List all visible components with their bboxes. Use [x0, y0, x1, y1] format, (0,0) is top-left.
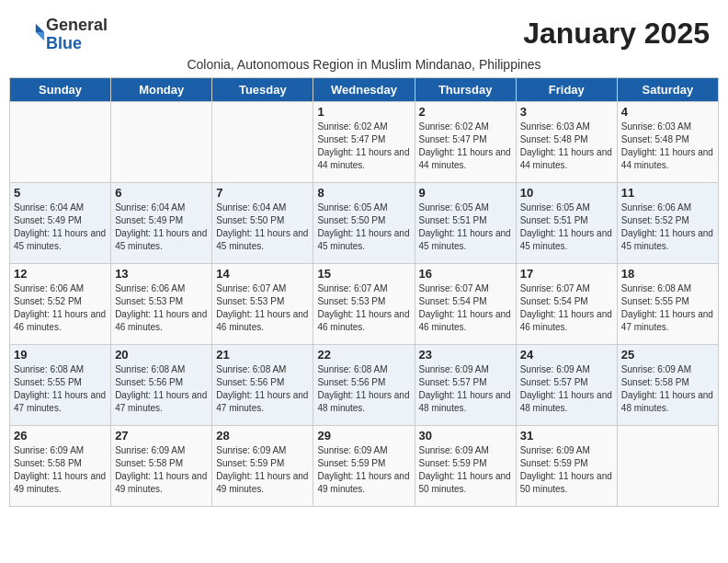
calendar-cell: 24Sunrise: 6:09 AMSunset: 5:57 PMDayligh…	[516, 344, 617, 425]
month-title: January 2025	[523, 17, 710, 51]
day-number: 18	[621, 267, 714, 281]
day-info: Sunrise: 6:05 AMSunset: 5:51 PMDaylight:…	[419, 201, 512, 253]
logo: General Blue	[18, 17, 108, 53]
day-number: 14	[216, 267, 309, 281]
calendar-week-5: 26Sunrise: 6:09 AMSunset: 5:58 PMDayligh…	[10, 425, 719, 506]
day-info: Sunrise: 6:09 AMSunset: 5:59 PMDaylight:…	[216, 444, 309, 496]
calendar-week-2: 5Sunrise: 6:04 AMSunset: 5:49 PMDaylight…	[10, 182, 719, 263]
day-info: Sunrise: 6:09 AMSunset: 5:58 PMDaylight:…	[14, 444, 107, 496]
page-header: General Blue January 2025	[9, 9, 719, 57]
svg-marker-1	[36, 32, 44, 40]
calendar-cell: 20Sunrise: 6:08 AMSunset: 5:56 PMDayligh…	[111, 344, 212, 425]
day-info: Sunrise: 6:07 AMSunset: 5:54 PMDaylight:…	[520, 282, 613, 334]
day-info: Sunrise: 6:09 AMSunset: 5:59 PMDaylight:…	[520, 444, 613, 496]
day-number: 13	[115, 267, 208, 281]
day-number: 5	[14, 186, 107, 200]
calendar-cell: 19Sunrise: 6:08 AMSunset: 5:55 PMDayligh…	[10, 344, 111, 425]
day-number: 30	[419, 429, 512, 442]
day-number: 10	[520, 186, 613, 200]
day-number: 15	[317, 267, 410, 281]
calendar-cell: 23Sunrise: 6:09 AMSunset: 5:57 PMDayligh…	[415, 344, 516, 425]
day-info: Sunrise: 6:06 AMSunset: 5:52 PMDaylight:…	[14, 282, 107, 334]
day-number: 4	[621, 105, 714, 119]
calendar-cell	[10, 101, 111, 182]
calendar-cell: 31Sunrise: 6:09 AMSunset: 5:59 PMDayligh…	[516, 425, 617, 506]
day-info: Sunrise: 6:08 AMSunset: 5:56 PMDaylight:…	[216, 363, 309, 415]
calendar-cell: 16Sunrise: 6:07 AMSunset: 5:54 PMDayligh…	[415, 263, 516, 344]
day-number: 1	[317, 105, 410, 119]
weekday-header-friday: Friday	[516, 77, 617, 101]
calendar-cell: 30Sunrise: 6:09 AMSunset: 5:59 PMDayligh…	[415, 425, 516, 506]
svg-marker-0	[36, 24, 44, 32]
day-number: 17	[520, 267, 613, 281]
day-number: 22	[317, 348, 410, 362]
day-info: Sunrise: 6:07 AMSunset: 5:53 PMDaylight:…	[317, 282, 410, 334]
day-info: Sunrise: 6:08 AMSunset: 5:56 PMDaylight:…	[115, 363, 208, 415]
weekday-header-tuesday: Tuesday	[212, 77, 313, 101]
logo-icon	[20, 20, 46, 46]
day-number: 21	[216, 348, 309, 362]
day-info: Sunrise: 6:03 AMSunset: 5:48 PMDaylight:…	[520, 121, 613, 172]
day-info: Sunrise: 6:09 AMSunset: 5:59 PMDaylight:…	[317, 444, 410, 496]
day-info: Sunrise: 6:09 AMSunset: 5:59 PMDaylight:…	[419, 444, 512, 496]
calendar-cell: 8Sunrise: 6:05 AMSunset: 5:50 PMDaylight…	[313, 182, 415, 263]
day-info: Sunrise: 6:06 AMSunset: 5:52 PMDaylight:…	[621, 201, 714, 253]
calendar-cell: 3Sunrise: 6:03 AMSunset: 5:48 PMDaylight…	[516, 101, 617, 182]
day-info: Sunrise: 6:06 AMSunset: 5:53 PMDaylight:…	[115, 282, 208, 334]
day-number: 25	[621, 348, 714, 362]
day-info: Sunrise: 6:04 AMSunset: 5:49 PMDaylight:…	[115, 201, 208, 253]
calendar-cell	[111, 101, 212, 182]
calendar-cell: 12Sunrise: 6:06 AMSunset: 5:52 PMDayligh…	[10, 263, 111, 344]
calendar-cell: 17Sunrise: 6:07 AMSunset: 5:54 PMDayligh…	[516, 263, 617, 344]
logo-general: General	[46, 16, 108, 34]
day-info: Sunrise: 6:08 AMSunset: 5:56 PMDaylight:…	[317, 363, 410, 415]
calendar-cell: 11Sunrise: 6:06 AMSunset: 5:52 PMDayligh…	[617, 182, 718, 263]
day-info: Sunrise: 6:07 AMSunset: 5:54 PMDaylight:…	[419, 282, 512, 334]
weekday-header-row: SundayMondayTuesdayWednesdayThursdayFrid…	[10, 77, 719, 101]
day-number: 29	[317, 429, 410, 442]
subtitle: Colonia, Autonomous Region in Muslim Min…	[9, 57, 719, 72]
calendar-cell: 2Sunrise: 6:02 AMSunset: 5:47 PMDaylight…	[415, 101, 516, 182]
calendar-cell: 13Sunrise: 6:06 AMSunset: 5:53 PMDayligh…	[111, 263, 212, 344]
logo-blue: Blue	[46, 34, 82, 52]
day-number: 9	[419, 186, 512, 200]
day-number: 19	[14, 348, 107, 362]
calendar-cell: 25Sunrise: 6:09 AMSunset: 5:58 PMDayligh…	[617, 344, 718, 425]
day-info: Sunrise: 6:08 AMSunset: 5:55 PMDaylight:…	[14, 363, 107, 415]
day-info: Sunrise: 6:03 AMSunset: 5:48 PMDaylight:…	[621, 121, 714, 172]
day-info: Sunrise: 6:05 AMSunset: 5:50 PMDaylight:…	[317, 201, 410, 253]
day-info: Sunrise: 6:04 AMSunset: 5:49 PMDaylight:…	[14, 201, 107, 253]
day-number: 23	[419, 348, 512, 362]
day-number: 6	[115, 186, 208, 200]
weekday-header-sunday: Sunday	[10, 77, 111, 101]
day-number: 26	[14, 429, 107, 442]
day-number: 2	[419, 105, 512, 119]
calendar-cell: 29Sunrise: 6:09 AMSunset: 5:59 PMDayligh…	[313, 425, 415, 506]
calendar-cell: 9Sunrise: 6:05 AMSunset: 5:51 PMDaylight…	[415, 182, 516, 263]
calendar-cell: 7Sunrise: 6:04 AMSunset: 5:50 PMDaylight…	[212, 182, 313, 263]
calendar-cell: 26Sunrise: 6:09 AMSunset: 5:58 PMDayligh…	[10, 425, 111, 506]
calendar-cell: 22Sunrise: 6:08 AMSunset: 5:56 PMDayligh…	[313, 344, 415, 425]
calendar-cell: 5Sunrise: 6:04 AMSunset: 5:49 PMDaylight…	[10, 182, 111, 263]
weekday-header-saturday: Saturday	[617, 77, 718, 101]
calendar-week-4: 19Sunrise: 6:08 AMSunset: 5:55 PMDayligh…	[10, 344, 719, 425]
calendar-table: SundayMondayTuesdayWednesdayThursdayFrid…	[9, 77, 719, 507]
calendar-cell: 18Sunrise: 6:08 AMSunset: 5:55 PMDayligh…	[617, 263, 718, 344]
calendar-week-1: 1Sunrise: 6:02 AMSunset: 5:47 PMDaylight…	[10, 101, 719, 182]
day-info: Sunrise: 6:09 AMSunset: 5:57 PMDaylight:…	[520, 363, 613, 415]
day-info: Sunrise: 6:05 AMSunset: 5:51 PMDaylight:…	[520, 201, 613, 253]
day-number: 16	[419, 267, 512, 281]
day-info: Sunrise: 6:02 AMSunset: 5:47 PMDaylight:…	[419, 121, 512, 172]
day-info: Sunrise: 6:08 AMSunset: 5:55 PMDaylight:…	[621, 282, 714, 334]
calendar-cell: 10Sunrise: 6:05 AMSunset: 5:51 PMDayligh…	[516, 182, 617, 263]
day-number: 27	[115, 429, 208, 442]
day-info: Sunrise: 6:09 AMSunset: 5:58 PMDaylight:…	[621, 363, 714, 415]
calendar-cell: 14Sunrise: 6:07 AMSunset: 5:53 PMDayligh…	[212, 263, 313, 344]
calendar-cell: 1Sunrise: 6:02 AMSunset: 5:47 PMDaylight…	[313, 101, 415, 182]
calendar-cell: 15Sunrise: 6:07 AMSunset: 5:53 PMDayligh…	[313, 263, 415, 344]
weekday-header-wednesday: Wednesday	[313, 77, 415, 101]
calendar-cell: 27Sunrise: 6:09 AMSunset: 5:58 PMDayligh…	[111, 425, 212, 506]
calendar-week-3: 12Sunrise: 6:06 AMSunset: 5:52 PMDayligh…	[10, 263, 719, 344]
day-number: 12	[14, 267, 107, 281]
day-info: Sunrise: 6:09 AMSunset: 5:57 PMDaylight:…	[419, 363, 512, 415]
